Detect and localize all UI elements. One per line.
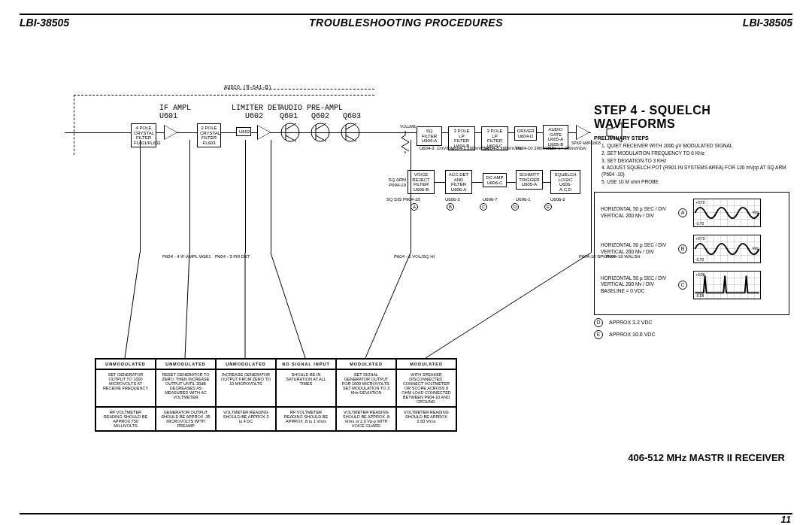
amp-spkr-icon	[576, 125, 589, 140]
amp-det-icon	[257, 125, 271, 140]
dash-top2	[224, 89, 374, 90]
wave-label-c: HORIZONTAL 50 µ SEC / DIV VERTICAL 200 M…	[601, 275, 672, 294]
text: U601	[159, 112, 177, 120]
lbl-u606-3: U606-3	[445, 197, 460, 202]
text: HORIZONTAL 50 µ SEC / DIV	[601, 242, 672, 248]
svg-line-13	[185, 253, 189, 358]
th: MODULATED	[396, 359, 456, 369]
text: HORIZONTAL 50 µ SEC / DIV	[601, 275, 672, 281]
block-sq-logic: SQUELCH LOGIC U606-A,C,D	[550, 170, 580, 194]
step-item: 5. USE 10 M ohm PROBE	[601, 179, 789, 186]
svg-line-2	[286, 123, 296, 129]
td: WITH SPEAKER DISCONNECTED, CONNECT VOLTM…	[396, 369, 456, 407]
troubleshoot-table: UNMODULATED UNMODULATED UNMODULATED NO S…	[95, 358, 457, 432]
svg-point-0	[281, 123, 299, 141]
label-sq-arm: SQ ARM P904-10	[383, 178, 406, 187]
table-row: SET GENERATOR OUTPUT TO 1000 MICROVOLTS …	[95, 369, 456, 407]
circle-c-icon: C	[678, 281, 687, 290]
td: VOLTMETER READING SHOULD BE APPROX .8 Vr…	[336, 407, 396, 431]
svg-line-10	[346, 123, 356, 129]
svg-line-7	[316, 135, 326, 141]
doc-id-right: LBI-38505	[743, 17, 792, 29]
wave-row-b: HORIZONTAL 50 µ SEC / DIV VERTICAL 200 M…	[601, 235, 783, 263]
svg-line-16	[365, 253, 411, 358]
svg-line-12	[125, 253, 140, 358]
text: U602	[232, 112, 263, 120]
waveform-box: HORIZONTAL 50 µ SEC / DIV VERTICAL 200 M…	[594, 192, 789, 315]
label-volume: VOLUME	[400, 125, 416, 129]
circle-d: D	[511, 203, 519, 211]
cap1: U604-3 .1mV/Div	[420, 146, 454, 151]
circle-c: C	[480, 203, 487, 211]
doc-id-left: LBI-38505	[20, 17, 69, 29]
svg-point-4	[311, 123, 329, 141]
th: NO SIGNAL INPUT	[276, 359, 336, 369]
step4-panel: STEP 4 - SQUELCH WAVEFORMS PRELIMINARY S…	[594, 104, 789, 339]
wave-row-c: HORIZONTAL 50 µ SEC / DIV VERTICAL 200 M…	[601, 271, 783, 299]
tpline-1	[140, 140, 141, 253]
svg-line-17	[426, 253, 591, 358]
wave-row-a: HORIZONTAL 50 µ SEC / DIV VERTICAL 200 M…	[601, 199, 783, 227]
svg-line-15	[271, 253, 305, 358]
page: LBI-38505 TROUBLESHOOTING PROCEDURES LBI…	[0, 0, 812, 525]
block-dc-amp: DC AMP U606-C	[483, 173, 507, 187]
td: INCREASE GENERATOR OUTPUT FROM ZERO TO 1…	[216, 369, 276, 407]
body: IF AMPL U601 LIMITER DET U602 AUDIO PRE-…	[20, 42, 792, 478]
dash-top	[74, 95, 374, 96]
td: VOLTMETER READING SHOULD BE APPROX 3 to …	[216, 407, 276, 431]
table-row: RF VOLTMETER READING SHOULD BE APPROX 75…	[95, 407, 456, 431]
block-driver: DRIVER U604-D	[514, 126, 537, 141]
td: RF VOLTMETER READING SHOULD BE APPROX .8…	[276, 407, 336, 431]
td: RF VOLTMETER READING SHOULD BE APPROX 75…	[95, 407, 156, 431]
lbl-u606-1: U606-1	[516, 197, 531, 202]
text-e: APPROX 10.0 VDC	[609, 332, 655, 337]
text: VERTICAL 200 Mv / DIV	[601, 281, 672, 287]
header-rule	[20, 14, 792, 15]
header: LBI-38505 TROUBLESHOOTING PROCEDURES LBI…	[20, 17, 792, 29]
tpline-4	[271, 140, 271, 253]
step-item: 3. SET DEVIATION TO 3 KHz	[601, 158, 789, 165]
th: UNMODULATED	[216, 359, 276, 369]
th: UNMODULATED	[95, 359, 156, 369]
tpline-2	[189, 140, 190, 253]
block-4pole: 4 POLE CRYSTAL FILTER FL601/FL602	[131, 123, 156, 147]
td: VOLTMETER READING SHOULD BE APPROX 2.83 …	[396, 407, 456, 431]
circle-b: B	[447, 203, 454, 211]
circle-e-icon: E	[594, 330, 603, 339]
step4-title: STEP 4 - SQUELCH WAVEFORMS	[594, 104, 789, 131]
tpline-5	[411, 140, 411, 253]
th: UNMODULATED	[156, 359, 216, 369]
circle-d-icon: D	[594, 318, 603, 327]
th: MODULATED	[336, 359, 396, 369]
label-limiter: LIMITER DET U602	[232, 104, 281, 120]
td: GENERATOR OUTPUT SHOULD BE APPROX .35 MI…	[156, 407, 216, 431]
table-header-row: UNMODULATED UNMODULATED UNMODULATED NO S…	[95, 359, 456, 369]
td: RESET GENERATOR TO ZERO, THEN INCREASE O…	[156, 369, 216, 407]
amp-u601-icon	[164, 125, 177, 140]
dash-left	[74, 95, 74, 155]
tpline-6	[591, 140, 592, 253]
text: VERTICAL 200 Mv / DIV	[601, 213, 672, 219]
block-2pole: 2 POLE CRYSTAL FILTER FL603	[197, 123, 221, 147]
wave-label-b: HORIZONTAL 50 µ SEC / DIV VERTICAL 200 M…	[601, 242, 672, 255]
step-item: 1. QUIET RECEIVER WITH 1000 µV MODULATED…	[601, 143, 789, 150]
wave-label-a: HORIZONTAL 50 µ SEC / DIV VERTICAL 200 M…	[601, 206, 672, 219]
label-if-ampl: IF AMPL U601	[159, 104, 191, 120]
leader-lines	[95, 253, 621, 366]
transistors-icon	[280, 117, 362, 147]
text: LIMITER DET	[232, 104, 281, 112]
row-d: D APPROX 3.2 VDC	[594, 318, 789, 327]
lbl-u606-2: U606-2	[550, 197, 565, 202]
circle-b-icon: B	[678, 244, 687, 253]
svg-line-3	[286, 135, 296, 141]
label-sqdis: SQ DIS P904-18	[386, 197, 420, 202]
text: BASELINE = 0 VDC	[601, 288, 672, 294]
page-number: 11	[781, 514, 791, 525]
circle-e: E	[544, 203, 552, 211]
row-e: E APPROX 10.0 VDC	[594, 330, 789, 339]
text: VERTICAL 200 Mv / DIV	[601, 249, 672, 255]
svg-point-8	[341, 123, 359, 141]
text-d: APPROX 3.2 VDC	[609, 320, 653, 325]
tpline-3	[245, 140, 246, 253]
block-acc-det: ACC DET AND FILTER U606-A	[445, 170, 472, 194]
